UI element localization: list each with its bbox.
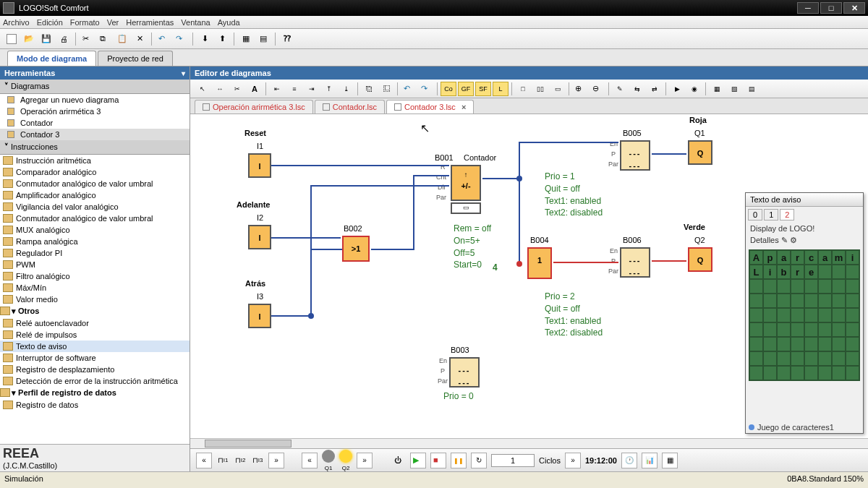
group-button[interactable]: ⿻ (361, 82, 377, 96)
display-cell[interactable] (832, 308, 846, 322)
display-cell[interactable] (763, 337, 777, 351)
display-cell[interactable] (846, 279, 859, 294)
diagrams-header[interactable]: ˅ Diagramas (0, 80, 190, 94)
menu-edicion[interactable]: Edición (37, 18, 63, 27)
floatpanel-title[interactable]: Texto de aviso (746, 193, 863, 207)
display-cell[interactable]: p (763, 250, 777, 265)
editor-redo[interactable] (418, 82, 434, 96)
display-cell[interactable] (763, 351, 777, 366)
display-cell[interactable] (846, 308, 859, 322)
save-button[interactable]: 💾 (39, 32, 54, 46)
sim-last-q[interactable]: » (357, 453, 373, 468)
floatpanel-tab[interactable]: 2 (780, 209, 794, 221)
close-tab-icon[interactable]: × (461, 103, 466, 111)
display-cell[interactable] (832, 351, 846, 366)
menu-ver[interactable]: Ver (107, 18, 119, 27)
instruction-item[interactable]: Comparador analógico (0, 166, 190, 178)
display-cell[interactable] (818, 265, 832, 279)
floatpanel-tab[interactable]: 1 (764, 209, 778, 221)
layout-a-button[interactable]: ▦ (239, 32, 253, 46)
instruction-item[interactable]: Texto de aviso (0, 341, 190, 352)
instruction-item[interactable]: Conmutador analógico de valor umbral (0, 178, 190, 189)
ungroup-button[interactable]: ⿺ (378, 82, 394, 96)
input-switch-i2[interactable]: ⊓I2 (234, 453, 247, 468)
display-cell[interactable] (832, 294, 846, 308)
block-b004[interactable]: 1 (527, 247, 552, 279)
logo-display-grid[interactable]: AparcamiLibre (749, 249, 860, 381)
power-icon[interactable]: ⏻ (390, 453, 406, 468)
display-cell[interactable] (777, 366, 791, 380)
display-cell[interactable] (804, 322, 818, 337)
diagram-item[interactable]: Agregar un nuevo diagrama (0, 94, 190, 106)
instruction-item[interactable]: Registro de desplazamiento (0, 364, 190, 375)
display-cell[interactable] (804, 351, 818, 366)
display-cell[interactable] (791, 322, 804, 337)
display-cell[interactable] (777, 337, 791, 351)
display-cell[interactable]: L (749, 265, 763, 279)
sim-go[interactable]: » (565, 453, 581, 468)
minimize-button[interactable]: ─ (797, 2, 819, 14)
block-i3[interactable]: I (248, 304, 271, 328)
display-cell[interactable] (791, 366, 804, 380)
sim-online[interactable]: ◉ (686, 82, 702, 96)
display-cell[interactable] (832, 366, 846, 380)
zoom-out[interactable] (590, 82, 605, 96)
instructions-tree[interactable]: Instrucción aritméticaComparador analógi… (0, 155, 190, 444)
page-setup[interactable]: ✎ (612, 82, 628, 96)
display-cell[interactable] (749, 279, 763, 294)
instruction-item[interactable]: Rampa analógica (0, 236, 190, 247)
instruction-item[interactable]: PWM (0, 259, 190, 270)
layout-b-button[interactable]: ▤ (256, 32, 271, 46)
transfer-up-button[interactable]: ⬆ (215, 32, 229, 46)
display-cell[interactable] (749, 294, 763, 308)
block-b006[interactable]: ------ (620, 247, 650, 278)
tool-connect[interactable]: ↔ (212, 82, 228, 96)
display-cell[interactable]: e (804, 265, 818, 279)
window-tile[interactable]: ▦ (709, 82, 725, 96)
display-cell[interactable] (832, 337, 846, 351)
display-cell[interactable] (763, 308, 777, 322)
display-cell[interactable]: m (832, 250, 846, 265)
block-b003[interactable]: ------ (449, 357, 480, 388)
folder-otros[interactable]: ▾ Otros (0, 305, 190, 317)
sim-play[interactable] (410, 453, 426, 468)
tab-diagram-mode[interactable]: Modo de diagrama (7, 51, 96, 66)
copy-button[interactable] (98, 32, 112, 46)
display-cell[interactable] (777, 279, 791, 294)
display-cell[interactable] (777, 294, 791, 308)
tool-pointer[interactable]: ↖ (195, 82, 210, 96)
block-i2[interactable]: I (248, 225, 271, 249)
instruction-item[interactable]: Filtro analógico (0, 270, 190, 282)
display-cell[interactable] (804, 308, 818, 322)
sim-clock[interactable]: 🕐 (621, 453, 637, 468)
instruction-item[interactable]: Instrucción aritmética (0, 155, 190, 166)
display-cell[interactable] (791, 337, 804, 351)
display-cell[interactable] (763, 294, 777, 308)
display-cell[interactable]: A (749, 250, 763, 265)
display-cell[interactable] (777, 351, 791, 366)
paste-button[interactable]: 📋 (115, 32, 129, 46)
align-top[interactable]: ⤒ (321, 82, 337, 96)
instruction-item[interactable]: Relé autoenclavador (0, 317, 190, 329)
block-q2[interactable]: Q (688, 247, 712, 272)
display-cell[interactable]: i (846, 250, 859, 265)
doc-tab[interactable]: Operación arirmética 3.lsc (195, 100, 313, 114)
diagram-item[interactable]: Operación arirmética 3 (0, 106, 190, 117)
instruction-item[interactable]: Regulador PI (0, 247, 190, 259)
fbd-convert[interactable]: ⇆ (629, 82, 645, 96)
instruction-item[interactable]: Amplificador analógico (0, 189, 190, 201)
block-b005[interactable]: ------ (620, 140, 650, 171)
doc-tab[interactable]: Contador 3.lsc× (386, 100, 474, 114)
diagram-item[interactable]: Contador 3 (0, 129, 190, 140)
instruction-item[interactable]: Detección de error de la instrucción ari… (0, 375, 190, 387)
sim-stop[interactable] (430, 453, 446, 468)
display-cell[interactable] (749, 366, 763, 380)
display-cell[interactable] (846, 294, 859, 308)
split-none[interactable]: □ (515, 82, 531, 96)
input-switch-i1[interactable]: ⊓I1 (216, 453, 229, 468)
message-text-panel[interactable]: Texto de aviso 0 1 2 Display de LOGO! De… (745, 192, 864, 434)
instruction-item[interactable]: Máx/Mín (0, 282, 190, 294)
maximize-button[interactable]: □ (820, 2, 842, 14)
display-cell[interactable] (818, 308, 832, 322)
instruction-item[interactable]: Conmutador analógico de valor umbral (0, 213, 190, 224)
